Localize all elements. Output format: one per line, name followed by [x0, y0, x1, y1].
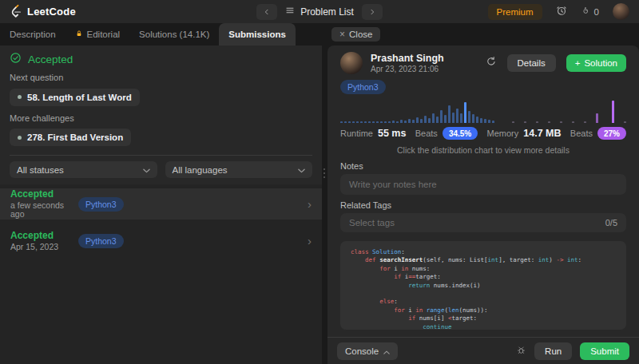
- notes-input[interactable]: Write your notes here: [340, 174, 626, 195]
- streak-counter[interactable]: 0: [581, 6, 599, 18]
- submission-detail-panel: Prashant Singh Apr 23, 2023 21:06 Detail…: [327, 46, 639, 364]
- challenge-title: 278. First Bad Version: [27, 133, 123, 142]
- streak-count: 0: [594, 7, 599, 17]
- plus-icon: +: [575, 58, 581, 68]
- tags-input[interactable]: Select tags 0/5: [340, 213, 626, 232]
- topbar-nav: Problem List: [256, 4, 383, 20]
- console-button[interactable]: Console: [337, 342, 398, 360]
- chevron-down-icon: [143, 165, 150, 175]
- chevron-left-icon: [263, 5, 271, 19]
- tab-editorial[interactable]: Editorial: [65, 23, 130, 46]
- memory-histogram[interactable]: [508, 101, 626, 123]
- next-question-title: 58. Length of Last Word: [27, 93, 132, 102]
- submission-time: Apr 15, 2023: [10, 243, 78, 251]
- author-avatar[interactable]: [340, 52, 363, 74]
- stats-row: Runtime 55 ms Beats 34.5% Memory 14.7 MB…: [327, 123, 639, 140]
- runtime-beats-badge: 34.5%: [443, 127, 478, 140]
- console-bar: Console Run Subm: [327, 337, 639, 364]
- memory-label: Memory: [487, 129, 519, 138]
- runtime-beats: Beats 34.5%: [415, 127, 478, 140]
- filter-row: All statuses All languages: [0, 156, 322, 184]
- left-column: Description Editorial Solutions (14.1K): [0, 23, 322, 364]
- runtime-value: 55 ms: [378, 128, 406, 139]
- distribution-chart: [327, 98, 639, 123]
- top-bar: LeetCode Problem List Premium: [0, 0, 639, 23]
- submission-row[interactable]: Accepted Apr 15, 2023 Python3 ›: [0, 225, 322, 256]
- status-text: Accepted: [28, 53, 73, 65]
- status-filter-value: All statuses: [17, 165, 64, 175]
- result-summary: Accepted Next question 58. Length of Las…: [0, 46, 322, 156]
- runtime-histogram[interactable]: [340, 102, 494, 123]
- details-button[interactable]: Details: [507, 54, 556, 72]
- bug-icon: [516, 344, 526, 358]
- author-name: Prashant Singh: [371, 53, 444, 64]
- premium-button[interactable]: Premium: [488, 4, 542, 20]
- submission-status: Accepted: [10, 231, 78, 241]
- next-problem-button[interactable]: [362, 4, 383, 20]
- refresh-icon[interactable]: [486, 56, 497, 70]
- run-button[interactable]: Run: [534, 342, 572, 360]
- accepted-status: Accepted: [10, 53, 312, 65]
- author-info: Prashant Singh Apr 23, 2023 21:06: [371, 53, 444, 73]
- submission-list: Accepted a few seconds ago Python3 › Acc…: [0, 184, 322, 364]
- runtime-label: Runtime: [340, 129, 373, 138]
- prev-problem-button[interactable]: [256, 4, 277, 20]
- close-label: Close: [349, 30, 372, 39]
- problem-list-link[interactable]: Problem List: [283, 6, 356, 18]
- chevron-down-icon: [298, 165, 305, 175]
- notes-label: Notes: [327, 156, 639, 174]
- language-badge: Python3: [78, 197, 124, 212]
- tab-label: Solutions (14.1K): [139, 30, 209, 39]
- code-content: class Solution: def searchInsert(self, n…: [351, 248, 616, 330]
- panel-resizer[interactable]: [322, 23, 327, 364]
- user-avatar[interactable]: [613, 3, 629, 20]
- lock-icon: [75, 30, 83, 39]
- beats-label: Beats: [570, 129, 593, 138]
- language-badge: Python3: [340, 80, 386, 94]
- detail-actions: Details + Solution: [486, 54, 626, 72]
- tab-solutions[interactable]: Solutions (14.1K): [129, 23, 219, 46]
- close-button[interactable]: × Close: [331, 27, 380, 42]
- tab-bar: Description Editorial Solutions (14.1K): [0, 23, 322, 46]
- submission-time: a few seconds ago: [10, 201, 78, 219]
- language-filter-value: All languages: [173, 165, 228, 175]
- tab-label: Submissions: [228, 30, 286, 39]
- challenge-chip[interactable]: 278. First Bad Version: [10, 129, 131, 146]
- language-filter-select[interactable]: All languages: [165, 161, 313, 178]
- tab-description[interactable]: Description: [0, 23, 65, 46]
- submit-button[interactable]: Submit: [580, 342, 629, 360]
- add-solution-button[interactable]: + Solution: [566, 54, 626, 72]
- timer-icon[interactable]: [556, 5, 567, 19]
- detail-header: Prashant Singh Apr 23, 2023 21:06 Detail…: [327, 46, 639, 77]
- chevron-up-icon: [383, 346, 390, 356]
- runtime-stat: Runtime 55 ms: [340, 128, 406, 139]
- leetcode-logo[interactable]: LeetCode: [10, 3, 76, 21]
- language-badge: Python3: [78, 234, 124, 248]
- submission-status: Accepted: [10, 189, 78, 200]
- flame-icon: [581, 6, 590, 18]
- next-question-chip[interactable]: 58. Length of Last Word: [10, 89, 140, 106]
- next-question-label: Next question: [10, 73, 312, 82]
- workspace: Description Editorial Solutions (14.1K): [0, 23, 639, 364]
- menu-icon: [285, 6, 295, 18]
- difficulty-dot-icon: [18, 95, 22, 99]
- memory-value: 14.7 MB: [523, 128, 561, 139]
- submissions-panel: Accepted Next question 58. Length of Las…: [0, 46, 322, 364]
- tags-placeholder: Select tags: [349, 218, 395, 228]
- check-circle-icon: [10, 52, 22, 67]
- tab-submissions[interactable]: Submissions: [219, 23, 296, 46]
- chevron-right-icon: ›: [308, 198, 312, 210]
- right-column: × Close Prashant Singh Apr 23, 2023 21:0…: [327, 23, 639, 364]
- submission-info: Accepted a few seconds ago: [10, 189, 78, 219]
- leetcode-app: LeetCode Problem List Premium: [0, 0, 639, 364]
- status-filter-select[interactable]: All statuses: [10, 161, 157, 178]
- debug-button[interactable]: [516, 344, 526, 358]
- problem-list-label: Problem List: [300, 6, 354, 18]
- solution-label: Solution: [584, 58, 617, 68]
- tags-count: 0/5: [605, 218, 617, 228]
- code-block[interactable]: class Solution: def searchInsert(self, n…: [340, 241, 626, 330]
- submission-date: Apr 23, 2023 21:06: [371, 65, 444, 73]
- submission-row[interactable]: Accepted a few seconds ago Python3 ›: [0, 188, 322, 220]
- chevron-right-icon: ›: [308, 235, 312, 247]
- logo-text: LeetCode: [27, 6, 76, 18]
